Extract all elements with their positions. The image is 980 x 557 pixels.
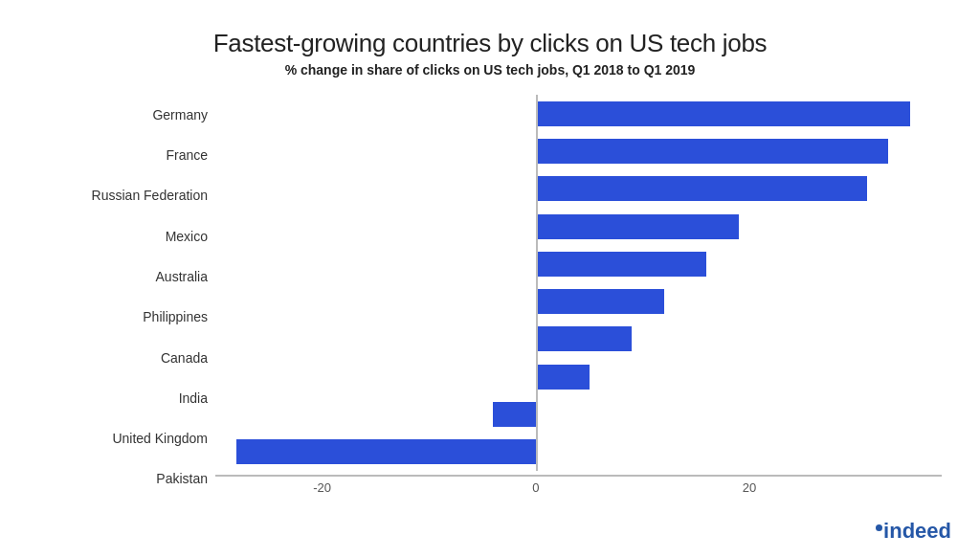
x-axis-line — [215, 475, 942, 477]
bar — [536, 139, 888, 164]
x-axis-label: -20 — [313, 480, 331, 495]
indeed-text: indeed — [883, 519, 951, 544]
x-axis-labels: -20020 — [215, 480, 942, 500]
country-label: France — [38, 138, 208, 172]
country-label: Mexico — [38, 219, 208, 254]
bar-row — [215, 284, 942, 319]
chart-container: Fastest-growing countries by clicks on U… — [0, 0, 980, 557]
zero-line — [536, 95, 538, 471]
bar — [536, 326, 632, 351]
chart-subtitle: % change in share of clicks on US tech j… — [285, 62, 696, 78]
x-axis-label: 0 — [532, 480, 539, 495]
bar-row — [215, 134, 942, 168]
country-label: Russian Federation — [38, 179, 208, 213]
bar-row — [215, 322, 942, 356]
country-label: India — [38, 381, 208, 415]
bar — [536, 176, 867, 201]
bar-row — [215, 171, 942, 206]
country-label: Canada — [38, 341, 208, 375]
bar-row — [215, 434, 942, 469]
country-labels: GermanyFranceRussian FederationMexicoAus… — [38, 95, 215, 500]
x-axis-label: 20 — [743, 480, 756, 495]
bar — [536, 365, 590, 390]
country-label: Pakistan — [38, 462, 208, 497]
bars-wrapper — [215, 95, 942, 471]
bar-row — [215, 210, 942, 244]
bar — [493, 402, 536, 427]
bar-row — [215, 247, 942, 281]
country-label: Australia — [38, 259, 208, 294]
chart-title: Fastest-growing countries by clicks on U… — [213, 29, 768, 58]
country-label: Philippines — [38, 301, 208, 335]
bar-row — [215, 360, 942, 394]
bar — [536, 252, 707, 277]
country-label: United Kingdom — [38, 422, 208, 457]
bar — [536, 214, 739, 239]
country-label: Germany — [38, 98, 208, 132]
bar — [536, 101, 910, 126]
bar-row — [215, 397, 942, 432]
bar-row — [215, 97, 942, 131]
bar — [536, 289, 664, 314]
chart-area: GermanyFranceRussian FederationMexicoAus… — [38, 95, 942, 500]
indeed-dot — [876, 524, 882, 531]
bar — [236, 439, 536, 464]
indeed-logo: indeed — [876, 519, 951, 544]
